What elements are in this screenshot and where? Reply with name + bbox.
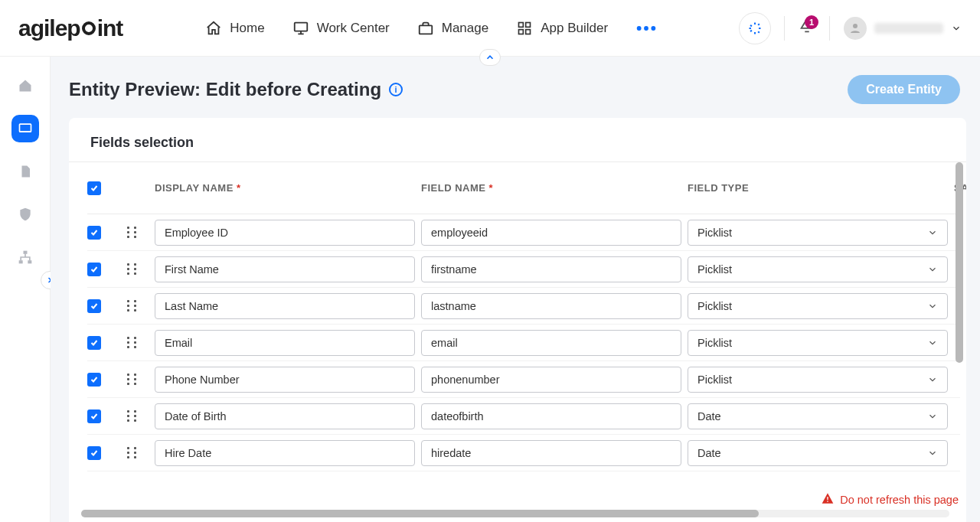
notifications-button[interactable]: 1 bbox=[799, 18, 815, 38]
chevron-down-icon bbox=[927, 264, 938, 275]
col-field-type: FIELD TYPE bbox=[688, 182, 948, 194]
top-nav: agilepint Home Work Center Manage App Bu… bbox=[0, 0, 980, 57]
info-icon[interactable]: i bbox=[389, 83, 403, 96]
field-name-input[interactable] bbox=[421, 220, 681, 246]
drag-handle-icon[interactable] bbox=[127, 447, 139, 459]
field-name-input[interactable] bbox=[421, 367, 681, 393]
field-type-select[interactable]: Picklist bbox=[688, 293, 948, 319]
svg-rect-10 bbox=[19, 124, 31, 132]
sidebar-item-files[interactable] bbox=[11, 158, 39, 185]
drag-handle-icon[interactable] bbox=[127, 263, 139, 276]
sidebar-item-home[interactable] bbox=[11, 72, 39, 100]
sidebar-item-entities[interactable] bbox=[11, 115, 39, 142]
display-name-input[interactable] bbox=[155, 256, 415, 282]
refresh-warning: Do not refresh this page bbox=[822, 492, 959, 507]
nav-appbuilder-label: App Builder bbox=[541, 21, 608, 36]
row-checkbox[interactable] bbox=[87, 446, 101, 460]
avatar-icon bbox=[844, 17, 867, 40]
nav-more[interactable] bbox=[635, 20, 657, 37]
field-type-select[interactable]: Picklist bbox=[688, 367, 948, 393]
logo-dot-icon bbox=[82, 21, 96, 35]
field-name-input[interactable] bbox=[421, 330, 681, 356]
chevron-down-icon bbox=[927, 374, 938, 385]
field-name-input[interactable] bbox=[421, 256, 681, 282]
svg-point-6 bbox=[637, 26, 642, 31]
svg-point-8 bbox=[651, 26, 655, 31]
sidebar bbox=[0, 57, 51, 522]
table-row: Date bbox=[87, 398, 960, 435]
create-entity-button[interactable]: Create Entity bbox=[848, 75, 960, 104]
nav-manage-label: Manage bbox=[442, 21, 488, 36]
fields-grid: DISPLAY NAME FIELD NAME FIELD TYPE SAMPL… bbox=[69, 162, 966, 522]
svg-point-9 bbox=[853, 24, 858, 28]
select-all-checkbox[interactable] bbox=[87, 181, 101, 195]
display-name-input[interactable] bbox=[155, 220, 415, 246]
nav-manage[interactable]: Manage bbox=[417, 20, 488, 37]
warning-icon bbox=[822, 492, 834, 507]
svg-rect-0 bbox=[294, 22, 307, 31]
row-checkbox[interactable] bbox=[87, 336, 101, 350]
nav-workcenter-label: Work Center bbox=[317, 21, 390, 36]
chevron-down-icon bbox=[951, 23, 962, 34]
sidebar-item-workflow[interactable] bbox=[11, 243, 39, 271]
field-type-select[interactable]: Picklist bbox=[688, 256, 948, 282]
display-name-input[interactable] bbox=[155, 367, 415, 393]
row-checkbox[interactable] bbox=[87, 299, 101, 313]
drag-handle-icon[interactable] bbox=[127, 227, 139, 239]
fields-panel: Fields selection DISPLAY NAME FIELD NAME… bbox=[69, 118, 966, 522]
briefcase-icon bbox=[417, 20, 434, 37]
page-title: Entity Preview: Edit before Creating i bbox=[69, 79, 403, 100]
field-type-select[interactable]: Picklist bbox=[688, 220, 948, 246]
nav-center: Home Work Center Manage App Builder bbox=[122, 20, 740, 37]
grid-header: DISPLAY NAME FIELD NAME FIELD TYPE SAMPL… bbox=[87, 162, 960, 214]
svg-rect-12 bbox=[18, 260, 22, 263]
nav-home[interactable]: Home bbox=[205, 20, 264, 37]
field-name-input[interactable] bbox=[421, 293, 681, 319]
table-row: Picklist bbox=[87, 288, 960, 325]
field-type-select[interactable]: Picklist bbox=[688, 330, 948, 356]
chevron-down-icon bbox=[927, 227, 938, 238]
row-checkbox[interactable] bbox=[87, 226, 101, 240]
vertical-scrollbar[interactable] bbox=[956, 162, 963, 508]
horizontal-scrollbar[interactable] bbox=[81, 510, 949, 517]
separator bbox=[784, 16, 785, 41]
col-field-name: FIELD NAME bbox=[421, 182, 681, 194]
monitor-icon bbox=[292, 20, 309, 37]
collapse-nav-button[interactable] bbox=[479, 49, 501, 66]
display-name-input[interactable] bbox=[155, 403, 415, 429]
svg-rect-11 bbox=[23, 251, 27, 254]
field-name-input[interactable] bbox=[421, 440, 681, 466]
row-checkbox[interactable] bbox=[87, 409, 101, 423]
refresh-warning-text: Do not refresh this page bbox=[840, 494, 959, 506]
svg-rect-13 bbox=[28, 260, 31, 263]
panel-title: Fields selection bbox=[69, 118, 966, 162]
drag-handle-icon[interactable] bbox=[127, 410, 139, 422]
user-menu[interactable] bbox=[844, 17, 962, 40]
field-type-select[interactable]: Date bbox=[688, 403, 948, 429]
nav-workcenter[interactable]: Work Center bbox=[292, 20, 390, 37]
chevron-down-icon bbox=[927, 411, 938, 422]
display-name-input[interactable] bbox=[155, 293, 415, 319]
drag-handle-icon[interactable] bbox=[127, 374, 139, 386]
display-name-input[interactable] bbox=[155, 440, 415, 466]
row-checkbox[interactable] bbox=[87, 373, 101, 387]
row-checkbox[interactable] bbox=[87, 263, 101, 276]
table-row: Picklist bbox=[87, 251, 960, 288]
drag-handle-icon[interactable] bbox=[127, 300, 139, 312]
col-display-name: DISPLAY NAME bbox=[155, 182, 415, 194]
page-title-text: Entity Preview: Edit before Creating bbox=[69, 79, 381, 100]
nav-appbuilder[interactable]: App Builder bbox=[516, 20, 608, 37]
nav-right: 1 bbox=[740, 13, 962, 44]
user-name bbox=[874, 23, 943, 34]
table-row: Picklist bbox=[87, 361, 960, 398]
spinner-button[interactable] bbox=[740, 13, 770, 44]
drag-handle-icon[interactable] bbox=[127, 337, 139, 349]
notification-badge: 1 bbox=[805, 15, 818, 29]
display-name-input[interactable] bbox=[155, 330, 415, 356]
sidebar-item-security[interactable] bbox=[11, 201, 39, 228]
nav-home-label: Home bbox=[230, 21, 264, 36]
field-name-input[interactable] bbox=[421, 403, 681, 429]
page-header: Entity Preview: Edit before Creating i C… bbox=[69, 75, 966, 104]
field-type-select[interactable]: Date bbox=[688, 440, 948, 466]
main: Entity Preview: Edit before Creating i C… bbox=[51, 57, 980, 522]
